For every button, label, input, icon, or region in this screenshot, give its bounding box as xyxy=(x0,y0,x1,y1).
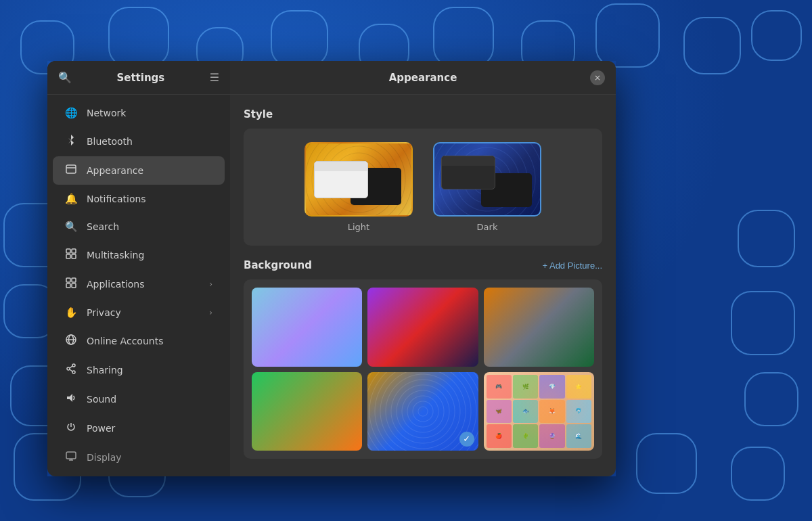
sidebar-menu-icon[interactable]: ☰ xyxy=(210,71,219,84)
theme-light[interactable]: Light xyxy=(304,142,413,232)
background-section-header: Background + Add Picture... xyxy=(244,259,602,271)
sidebar-item-label: Multitasking xyxy=(87,250,212,260)
svg-line-17 xyxy=(70,369,72,371)
sidebar-search-icon[interactable]: 🔍 xyxy=(58,71,72,84)
sidebar-title: Settings xyxy=(77,72,204,84)
sidebar-item-label: Privacy xyxy=(87,307,200,318)
background-section-label: Background xyxy=(244,259,312,271)
svg-rect-3 xyxy=(72,249,76,253)
wallpaper-item-1[interactable] xyxy=(252,288,362,367)
sidebar-nav: 🌐 Network Bluetooth xyxy=(47,95,230,476)
light-window-front xyxy=(314,161,368,198)
dark-window-front xyxy=(441,156,495,189)
chevron-right-icon: › xyxy=(209,279,212,289)
sidebar-item-label: Sharing xyxy=(87,365,212,376)
sidebar-item-label: Bluetooth xyxy=(87,136,212,147)
sound-icon xyxy=(65,392,77,406)
sidebar-item-label: Appearance xyxy=(87,165,212,176)
sidebar-item-power[interactable]: Power xyxy=(53,414,225,443)
sidebar-item-label: Applications xyxy=(87,279,200,290)
svg-rect-7 xyxy=(72,278,76,282)
svg-point-15 xyxy=(72,371,75,373)
sharing-icon xyxy=(65,363,77,377)
sidebar: 🔍 Settings ☰ 🌐 Network Bluetooth xyxy=(47,61,230,476)
sidebar-header: 🔍 Settings ☰ xyxy=(47,61,230,95)
wallpaper-item-3[interactable] xyxy=(484,288,594,367)
svg-point-13 xyxy=(72,364,75,367)
dark-theme-label: Dark xyxy=(477,222,498,232)
sidebar-item-sharing[interactable]: Sharing xyxy=(53,356,225,384)
sidebar-item-appearance[interactable]: Appearance xyxy=(53,156,225,185)
sidebar-item-label: Online Accounts xyxy=(87,336,212,346)
sidebar-item-bluetooth[interactable]: Bluetooth xyxy=(53,127,225,156)
svg-point-14 xyxy=(67,367,70,370)
light-theme-label: Light xyxy=(348,222,369,232)
search-icon: 🔍 xyxy=(65,221,77,233)
sidebar-item-label: Power xyxy=(87,423,212,434)
sidebar-item-label: Display xyxy=(87,452,212,463)
sidebar-item-label: Sound xyxy=(87,394,212,405)
sidebar-item-applications[interactable]: Applications › xyxy=(53,270,225,298)
add-picture-button[interactable]: + Add Picture... xyxy=(542,260,602,271)
chevron-right-icon: › xyxy=(209,308,212,317)
sidebar-item-label: Search xyxy=(87,221,212,232)
sidebar-item-label: Network xyxy=(87,108,212,118)
svg-rect-8 xyxy=(66,284,70,288)
svg-line-16 xyxy=(70,366,72,368)
sidebar-item-multitasking[interactable]: Multitasking xyxy=(53,241,225,269)
sidebar-item-sound[interactable]: Sound xyxy=(53,385,225,413)
light-theme-preview[interactable] xyxy=(304,142,413,217)
privacy-icon: ✋ xyxy=(65,307,77,319)
svg-rect-6 xyxy=(66,278,70,282)
wallpaper-grid: 🎮 🌿 💎 ⭐ 🦋 🐟 🦊 🐬 🍎 🌵 🔮 🌊 xyxy=(244,279,602,459)
close-button[interactable]: × xyxy=(590,70,605,85)
svg-rect-0 xyxy=(66,165,76,173)
svg-rect-18 xyxy=(66,452,76,459)
sidebar-item-privacy[interactable]: ✋ Privacy › xyxy=(53,299,225,326)
wallpaper-item-2[interactable] xyxy=(367,288,478,367)
online-accounts-icon xyxy=(65,334,77,348)
sidebar-item-label: Notifications xyxy=(87,194,212,204)
notifications-icon: 🔔 xyxy=(65,193,77,205)
sidebar-item-search[interactable]: 🔍 Search xyxy=(53,213,225,240)
sidebar-item-display[interactable]: Display xyxy=(53,443,225,472)
wallpaper-item-4[interactable] xyxy=(252,372,362,451)
wallpaper-item-5[interactable] xyxy=(367,372,478,451)
svg-rect-2 xyxy=(66,249,70,253)
sidebar-item-network[interactable]: 🌐 Network xyxy=(53,99,225,127)
dark-theme-preview[interactable] xyxy=(433,142,541,217)
style-options: Light Dark xyxy=(244,129,602,246)
settings-window: 🔍 Settings ☰ 🌐 Network Bluetooth xyxy=(47,61,616,476)
svg-rect-9 xyxy=(72,284,76,288)
network-icon: 🌐 xyxy=(65,107,77,119)
power-icon xyxy=(65,422,77,435)
svg-rect-5 xyxy=(72,254,76,258)
svg-rect-4 xyxy=(66,254,70,258)
theme-dark[interactable]: Dark xyxy=(433,142,541,232)
applications-icon xyxy=(65,277,77,291)
style-section-label: Style xyxy=(244,108,602,120)
appearance-icon xyxy=(65,164,77,177)
sidebar-item-notifications[interactable]: 🔔 Notifications xyxy=(53,185,225,212)
wallpaper-item-6[interactable]: 🎮 🌿 💎 ⭐ 🦋 🐟 🦊 🐬 🍎 🌵 🔮 🌊 xyxy=(484,372,594,451)
sidebar-item-online-accounts[interactable]: Online Accounts xyxy=(53,327,225,355)
multitasking-icon xyxy=(65,248,77,262)
bluetooth-icon xyxy=(65,135,77,148)
main-header: Appearance × xyxy=(230,61,616,95)
main-body: Style Light Dark xyxy=(230,95,616,476)
main-panel: Appearance × Style Light xyxy=(230,61,616,476)
display-icon xyxy=(65,451,77,464)
main-panel-title: Appearance xyxy=(389,72,457,84)
